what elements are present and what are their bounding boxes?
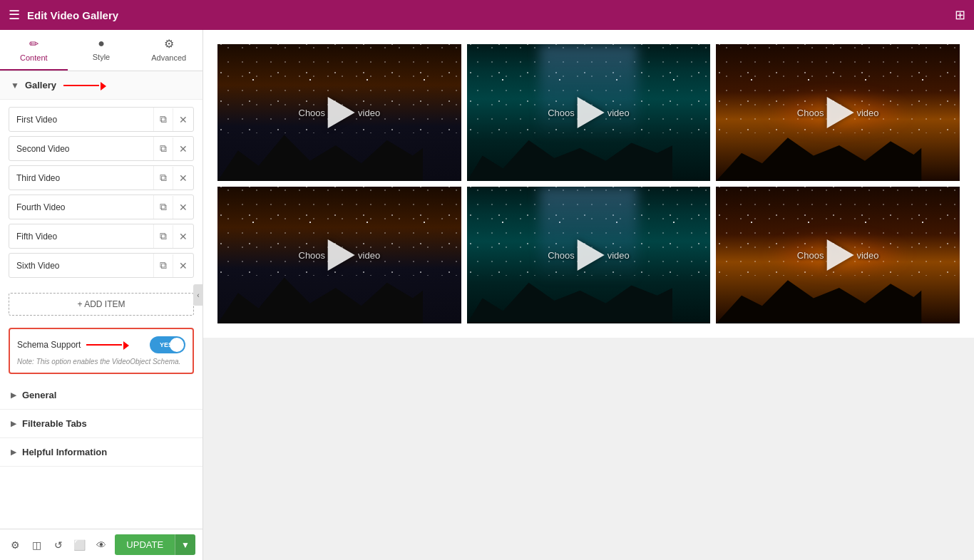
gallery-item-6: Sixth Video ⧉ ✕ xyxy=(9,253,194,278)
svg-marker-2 xyxy=(716,138,921,181)
play-text-right-1: video xyxy=(358,108,380,118)
play-triangle-4 xyxy=(328,239,355,271)
play-triangle-5 xyxy=(578,239,605,271)
history-tool-icon[interactable]: ↺ xyxy=(51,535,66,555)
schema-support-label-group: Schema Support xyxy=(17,340,129,350)
gallery-item-2-label: Second Video xyxy=(9,138,153,160)
gallery-item-3: Third Video ⧉ ✕ xyxy=(9,165,194,190)
tab-advanced[interactable]: ⚙ Advanced xyxy=(135,30,203,71)
gallery-section-title: Gallery xyxy=(25,80,56,90)
play-text-left-4: Choos xyxy=(299,250,326,261)
play-triangle-2 xyxy=(578,97,605,128)
gallery-item-4: Fourth Video ⧉ ✕ xyxy=(9,195,194,219)
video-cell-5[interactable]: Choos video xyxy=(467,187,711,323)
play-text-left-5: Choos xyxy=(548,250,575,261)
tab-style[interactable]: ● Style xyxy=(68,30,135,71)
schema-support-toggle[interactable]: YES xyxy=(150,336,185,353)
copy-item-5-button[interactable]: ⧉ xyxy=(153,224,173,248)
preview-tool-icon[interactable]: 👁 xyxy=(93,535,109,555)
copy-item-1-button[interactable]: ⧉ xyxy=(153,108,173,131)
play-overlay-6: Choos video xyxy=(797,239,879,271)
remove-item-2-button[interactable]: ✕ xyxy=(173,138,193,160)
copy-item-3-button[interactable]: ⧉ xyxy=(153,166,173,190)
gallery-item-4-label: Fourth Video xyxy=(9,197,153,218)
tab-content[interactable]: ✏ Content xyxy=(0,30,68,71)
chevron-down-icon: ▼ xyxy=(11,81,19,90)
video-cell-4[interactable]: Choos video xyxy=(217,187,461,323)
play-triangle-3 xyxy=(826,97,853,128)
helpful-information-section[interactable]: ▶ Helpful Information xyxy=(0,438,203,467)
copy-item-2-button[interactable]: ⧉ xyxy=(153,137,173,160)
mountain-svg-3 xyxy=(716,120,921,181)
filterable-tabs-section[interactable]: ▶ Filterable Tabs xyxy=(0,410,203,438)
helpful-information-label: Helpful Information xyxy=(22,447,107,457)
mountain-svg-4 xyxy=(217,262,423,323)
remove-item-1-button[interactable]: ✕ xyxy=(173,108,193,131)
video-cell-3[interactable]: Choos video xyxy=(716,44,960,181)
mountain-svg-5 xyxy=(467,262,672,323)
tab-style-label: Style xyxy=(93,53,110,61)
play-text-left-6: Choos xyxy=(797,250,824,261)
layers-tool-icon[interactable]: ◫ xyxy=(29,535,44,555)
schema-support-section: Schema Support YES Note: This option ena… xyxy=(9,328,194,374)
general-section-label: General xyxy=(22,390,56,400)
play-overlay-5: Choos video xyxy=(548,239,630,271)
chevron-right-icon-general: ▶ xyxy=(11,391,16,399)
sidebar: ✏ Content ● Style ⚙ Advanced ▼ Gallery F… xyxy=(0,30,203,560)
tab-advanced-label: Advanced xyxy=(151,53,186,62)
toggle-knob xyxy=(170,338,184,352)
gallery-item-2: Second Video ⧉ ✕ xyxy=(9,136,194,161)
svg-marker-1 xyxy=(467,140,672,182)
add-item-button[interactable]: + ADD ITEM xyxy=(9,293,194,316)
gallery-item-6-label: Sixth Video xyxy=(9,255,153,276)
gallery-section-header[interactable]: ▼ Gallery xyxy=(0,71,203,100)
hamburger-icon[interactable]: ☰ xyxy=(9,7,20,23)
play-triangle-1 xyxy=(328,97,355,128)
responsive-tool-icon[interactable]: ⬜ xyxy=(72,535,88,555)
sidebar-collapse-handle[interactable]: ‹ xyxy=(193,284,203,306)
tab-bar: ✏ Content ● Style ⚙ Advanced xyxy=(0,30,203,71)
gallery-item-1-label: First Video xyxy=(9,109,153,130)
pencil-icon: ✏ xyxy=(29,37,39,51)
play-text-right-4: video xyxy=(358,250,380,261)
remove-item-5-button[interactable]: ✕ xyxy=(173,225,193,248)
mountain-svg-1 xyxy=(217,120,423,181)
play-text-left-2: Choos xyxy=(548,108,575,118)
play-overlay-3: Choos video xyxy=(797,97,879,128)
gallery-items-list: First Video ⧉ ✕ Second Video ⧉ ✕ Third V… xyxy=(0,100,203,289)
main-layout: ✏ Content ● Style ⚙ Advanced ▼ Gallery F… xyxy=(0,30,974,560)
schema-support-row: Schema Support YES xyxy=(17,336,185,353)
video-cell-1[interactable]: Choos video xyxy=(217,44,461,181)
svg-marker-0 xyxy=(217,135,423,181)
svg-marker-4 xyxy=(467,283,672,324)
play-text-left-3: Choos xyxy=(797,108,824,118)
grid-icon[interactable]: ⊞ xyxy=(955,7,965,23)
remove-item-6-button[interactable]: ✕ xyxy=(173,254,193,277)
video-cell-6[interactable]: Choos video xyxy=(716,187,960,323)
copy-item-4-button[interactable]: ⧉ xyxy=(153,195,173,219)
circle-icon: ● xyxy=(98,37,105,50)
top-bar-left: ☰ Edit Video Gallery xyxy=(9,7,118,23)
page-title: Edit Video Gallery xyxy=(27,9,118,21)
schema-note: Note: This option enables the VideoObjec… xyxy=(17,358,185,365)
video-gallery-grid: Choos video Choos video xyxy=(217,44,960,323)
chevron-right-icon-helpful: ▶ xyxy=(11,448,16,456)
filterable-tabs-label: Filterable Tabs xyxy=(22,418,87,429)
gallery-arrow-indicator xyxy=(63,81,106,90)
update-dropdown-button[interactable]: ▼ xyxy=(175,534,195,555)
general-section[interactable]: ▶ General xyxy=(0,381,203,410)
update-button[interactable]: UPDATE xyxy=(115,534,175,555)
content-area: Choos video Choos video xyxy=(203,30,974,338)
remove-item-4-button[interactable]: ✕ xyxy=(173,196,193,219)
play-text-right-5: video xyxy=(608,250,630,261)
play-overlay-2: Choos video xyxy=(548,97,630,128)
video-cell-2[interactable]: Choos video xyxy=(467,44,711,181)
settings-tool-icon[interactable]: ⚙ xyxy=(7,535,23,555)
svg-marker-5 xyxy=(716,280,921,323)
remove-item-3-button[interactable]: ✕ xyxy=(173,167,193,190)
chevron-right-icon-filterable: ▶ xyxy=(11,420,16,427)
top-bar: ☰ Edit Video Gallery ⊞ xyxy=(0,0,974,30)
copy-item-6-button[interactable]: ⧉ xyxy=(153,254,173,277)
mountain-svg-2 xyxy=(467,120,672,181)
play-overlay-1: Choos video xyxy=(299,97,381,128)
